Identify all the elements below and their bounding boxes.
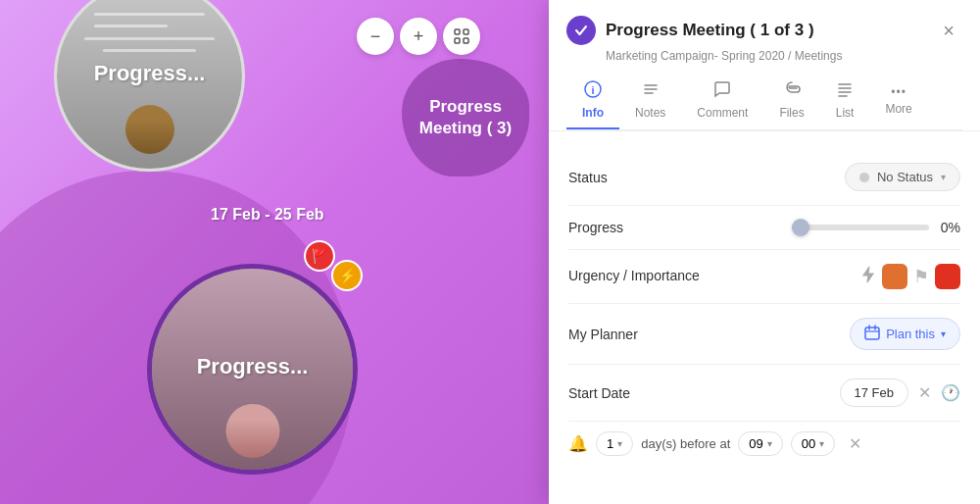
node-blob-top[interactable]: Progress Meeting ( 3)	[402, 59, 529, 176]
urgency-square-orange[interactable]	[882, 264, 907, 289]
start-date-label: Start Date	[568, 385, 630, 401]
progress-label: Progress	[568, 220, 623, 235]
zoom-out-button[interactable]: −	[357, 18, 394, 55]
comment-icon	[713, 80, 731, 103]
start-date-clear[interactable]: ✕	[916, 383, 933, 402]
planner-label: My Planner	[568, 327, 638, 342]
svg-rect-2	[455, 38, 460, 43]
progress-field-row: Progress 0%	[568, 206, 960, 250]
notes-icon	[642, 80, 660, 103]
panel-title: Progress Meeting ( 1 of 3 )	[606, 21, 814, 40]
urgency-icons: ⚑	[860, 264, 960, 289]
progress-value: 0%	[792, 220, 960, 235]
tab-files-label: Files	[779, 106, 804, 120]
node-bottom[interactable]: Progress...	[147, 264, 358, 475]
minute-value: 00	[802, 436, 815, 451]
tab-notes[interactable]: Notes	[619, 73, 681, 129]
expand-icon	[454, 28, 469, 44]
status-text: No Status	[877, 170, 933, 184]
svg-marker-13	[863, 267, 873, 282]
panel-title-row: Progress Meeting ( 1 of 3 ) ×	[566, 16, 962, 45]
days-before-unit: day(s) before at	[641, 436, 730, 451]
deco-line-2	[94, 25, 169, 27]
svg-rect-3	[464, 38, 468, 43]
minute-dropdown-arrow: ▾	[819, 438, 824, 449]
start-date-badge[interactable]: 17 Feb	[840, 378, 908, 407]
status-dot	[859, 173, 869, 182]
start-date-alarm-icon: 🕐	[941, 383, 960, 402]
hour-value: 09	[749, 436, 762, 451]
start-date-value: 17 Feb ✕ 🕐	[840, 378, 960, 407]
info-icon: i	[584, 80, 602, 103]
planner-value: Plan this ▾	[850, 318, 960, 350]
svg-text:i: i	[591, 84, 594, 96]
days-before-value: 1	[607, 436, 613, 451]
status-dropdown-arrow: ▾	[941, 172, 946, 182]
panel-subtitle: Marketing Campaign- Spring 2020 / Meetin…	[606, 49, 962, 63]
check-icon	[574, 24, 588, 37]
urgency-label-text: Urgency / Importance	[568, 268, 700, 283]
panel-header: Progress Meeting ( 1 of 3 ) × Marketing …	[549, 0, 980, 131]
hour-select[interactable]: 09 ▾	[738, 431, 782, 456]
urgency-square-red[interactable]	[935, 264, 960, 289]
start-date-field-row: Start Date 17 Feb ✕ 🕐	[568, 365, 960, 422]
deco-line-3	[84, 37, 214, 40]
avatar-top	[125, 105, 174, 154]
days-before-select[interactable]: 1 ▾	[596, 431, 633, 456]
tab-files[interactable]: Files	[763, 73, 819, 129]
zoom-in-button[interactable]: +	[400, 18, 437, 55]
check-circle	[566, 16, 596, 45]
planner-field-row: My Planner Plan this ▾	[568, 304, 960, 365]
node-label-bottom: Progress...	[197, 354, 309, 379]
status-field-row: Status No Status ▾	[568, 149, 960, 206]
status-label: Status	[568, 170, 608, 185]
days-dropdown-arrow: ▾	[617, 438, 622, 449]
node-photo-top: Progress...	[57, 0, 242, 169]
expand-button[interactable]	[443, 18, 480, 55]
more-icon: •••	[891, 85, 906, 99]
files-icon	[783, 80, 801, 103]
urgency-bolt-icon[interactable]	[860, 266, 876, 287]
panel-title-left: Progress Meeting ( 1 of 3 )	[566, 16, 814, 45]
node-label-top: Progress...	[94, 61, 206, 86]
plan-this-button[interactable]: Plan this ▾	[850, 318, 960, 350]
panel-body: Status No Status ▾ Progress 0% Ur	[549, 131, 980, 504]
progress-thumb	[792, 219, 809, 236]
detail-panel: Progress Meeting ( 1 of 3 ) × Marketing …	[549, 0, 980, 504]
node-bottom-inner: Progress...	[152, 269, 353, 470]
tab-bar: i Info Notes	[566, 73, 962, 130]
flag-badge: 🚩	[304, 240, 335, 272]
tab-info[interactable]: i Info	[566, 73, 619, 129]
blob-label: Progress Meeting ( 3)	[402, 96, 529, 139]
svg-rect-14	[865, 328, 879, 339]
plan-this-label: Plan this	[886, 327, 935, 341]
reminder-clear[interactable]: ✕	[847, 434, 863, 453]
urgency-field-row: Urgency / Importance ⚑	[568, 250, 960, 304]
deco-line-1	[94, 13, 205, 16]
svg-rect-1	[464, 29, 468, 34]
progress-slider[interactable]	[792, 225, 929, 230]
tab-list-label: List	[836, 106, 855, 120]
map-toolbar: − +	[357, 18, 480, 55]
avatar-bottom	[225, 404, 279, 458]
tab-more-label: More	[885, 102, 911, 116]
urgency-flag-icon[interactable]: ⚑	[913, 266, 929, 287]
status-dropdown[interactable]: No Status ▾	[845, 163, 960, 191]
tab-more[interactable]: ••• More	[869, 77, 927, 126]
reminder-alarm-icon: 🔔	[568, 434, 588, 453]
reminder-row: 🔔 1 ▾ day(s) before at 09 ▾ 00 ▾ ✕	[568, 422, 960, 466]
node-top-left[interactable]: Progress...	[54, 0, 245, 172]
tab-comment[interactable]: Comment	[681, 73, 763, 129]
mindmap-area: Progress... Progress Meeting ( 3) 17 Feb…	[0, 0, 549, 504]
list-icon	[836, 80, 854, 103]
hour-dropdown-arrow: ▾	[767, 438, 772, 449]
svg-rect-0	[455, 29, 460, 34]
plan-icon	[864, 325, 880, 343]
date-range-label: 17 Feb - 25 Feb	[211, 206, 324, 224]
minute-select[interactable]: 00 ▾	[791, 431, 835, 456]
plan-dropdown-arrow: ▾	[941, 328, 946, 339]
tab-comment-label: Comment	[697, 106, 748, 120]
tab-list[interactable]: List	[820, 73, 870, 129]
tab-notes-label: Notes	[635, 106, 665, 120]
close-button[interactable]: ×	[935, 17, 962, 44]
